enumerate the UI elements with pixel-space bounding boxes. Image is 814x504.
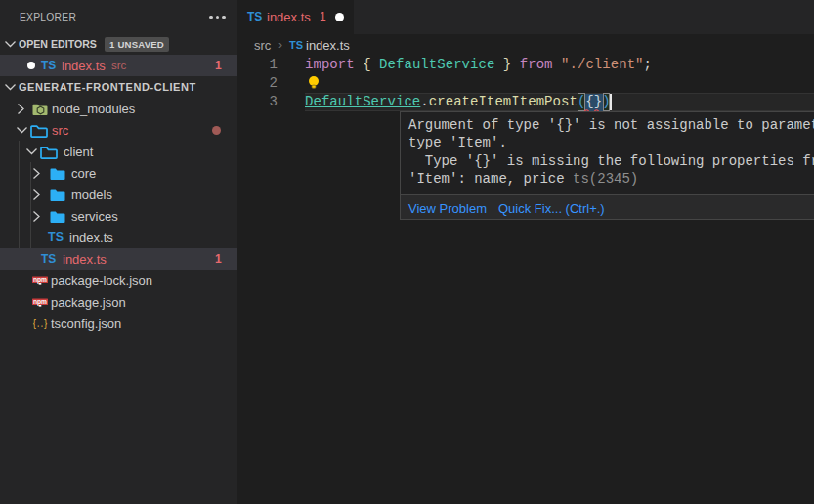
svg-text:{..}: {..} <box>33 318 48 330</box>
svg-text:npm: npm <box>33 298 47 306</box>
svg-text:npm: npm <box>33 276 47 284</box>
